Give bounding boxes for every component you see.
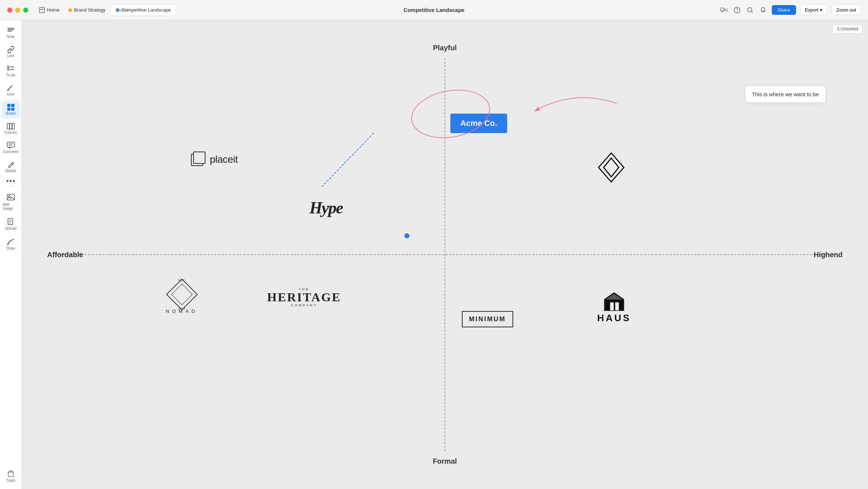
brand-strategy-tab[interactable]: Brand Strategy (63, 4, 111, 16)
minimize-button[interactable] (15, 8, 20, 13)
sidebar-label-comment: Comment (3, 150, 18, 154)
home-tab[interactable]: Home (35, 6, 63, 14)
zoom-button[interactable]: Zoom out (831, 5, 861, 15)
sidebar-item-column[interactable]: Column (1, 120, 20, 137)
xenon-diamond-icon (597, 152, 625, 183)
nomad-year: 2014 (178, 307, 186, 310)
placeit-text: placeit (210, 154, 238, 165)
maximize-button[interactable] (23, 8, 28, 13)
svg-rect-17 (8, 66, 9, 68)
sidebar-item-todo[interactable]: To-do (1, 62, 20, 80)
sidebar-item-addimage[interactable]: Add Image (1, 191, 20, 213)
brand-acme-label: Acme Co. (460, 119, 497, 128)
sidebar-label-draw: Draw (7, 246, 15, 250)
sidebar-item-link[interactable]: Link (1, 43, 20, 61)
unsorted-badge[interactable]: 3 Unsorted (833, 25, 862, 33)
sidebar-item-more[interactable]: ... (1, 177, 20, 190)
brand-acme[interactable]: Acme Co. (450, 114, 507, 133)
export-chevron-icon: ▾ (820, 7, 822, 13)
sidebar: Note Link To-do Line Board (0, 20, 22, 489)
notification-icon[interactable] (759, 6, 767, 14)
todo-icon (7, 65, 15, 72)
sketch-icon (7, 161, 15, 168)
sidebar-item-draw[interactable]: Draw (1, 235, 20, 253)
sidebar-label-column: Column (4, 131, 17, 135)
sidebar-label-note: Note (7, 35, 14, 39)
svg-rect-0 (39, 8, 44, 13)
brand-heritage[interactable]: THE HERITAGE COMPANY (267, 288, 341, 307)
home-label: Home (47, 7, 60, 13)
svg-rect-32 (7, 194, 14, 200)
svg-rect-46 (610, 302, 614, 310)
brand-hype[interactable]: Hype (310, 198, 343, 217)
export-label: Export (805, 7, 819, 13)
home-icon (39, 7, 45, 13)
sidebar-label-line: Line (7, 92, 14, 96)
sidebar-item-sketch[interactable]: Sketch (1, 158, 20, 176)
sidebar-item-board[interactable]: Board (1, 101, 20, 118)
search-icon[interactable] (746, 6, 754, 14)
device-icon[interactable]: 1 (720, 6, 728, 14)
svg-rect-3 (720, 8, 724, 11)
svg-point-21 (7, 89, 9, 91)
vertical-axis (444, 58, 445, 452)
brand-haus[interactable]: HAUS (597, 292, 631, 324)
svg-rect-28 (12, 123, 14, 129)
help-icon[interactable]: ? (733, 6, 741, 14)
sidebar-label-todo: To-do (6, 73, 15, 77)
draw-icon (7, 238, 15, 246)
competitive-landscape-label: Competitive Landscape (122, 7, 171, 13)
sidebar-label-addimage: Add Image (3, 203, 19, 211)
brand-xenon[interactable] (597, 152, 625, 185)
note-icon (7, 27, 15, 34)
sidebar-label-more: ... (9, 183, 12, 187)
svg-marker-50 (604, 158, 619, 177)
svg-text:?: ? (736, 8, 738, 13)
brand-nomad[interactable]: EST 2014 NOMAD (166, 278, 198, 314)
sidebar-item-line[interactable]: Line (1, 81, 20, 99)
line-icon (7, 84, 15, 92)
close-button[interactable] (7, 8, 12, 13)
brand-minimum[interactable]: MINIMUM (462, 311, 513, 327)
svg-rect-23 (11, 104, 14, 107)
callout-text: This is where we want to be (752, 91, 819, 97)
heritage-company: COMPANY (291, 303, 318, 307)
minimum-text: MINIMUM (469, 315, 506, 323)
hype-text: Hype (310, 199, 343, 217)
svg-rect-25 (11, 108, 14, 111)
svg-rect-29 (7, 142, 14, 147)
sidebar-label-board: Board (6, 111, 16, 115)
sidebar-item-note[interactable]: Note (1, 24, 20, 42)
svg-point-38 (7, 243, 9, 245)
more-dots-icon (7, 180, 15, 182)
label-highend: Highend (814, 251, 843, 259)
callout-box: This is where we want to be (745, 86, 826, 103)
export-button[interactable]: Export ▾ (800, 5, 827, 15)
svg-rect-47 (615, 302, 619, 310)
svg-rect-24 (7, 108, 10, 111)
svg-point-9 (748, 8, 752, 12)
trash-icon (7, 470, 15, 478)
svg-rect-27 (10, 123, 12, 129)
sidebar-item-comment[interactable]: Comment (1, 139, 20, 157)
svg-rect-2 (42, 9, 43, 10)
sidebar-label-sketch: Sketch (5, 169, 16, 173)
heritage-main: HERITAGE (267, 291, 341, 303)
share-button[interactable]: Share (772, 5, 796, 15)
svg-line-10 (751, 11, 753, 13)
brand-strategy-dot (68, 8, 72, 12)
label-formal: Formal (433, 457, 457, 465)
sidebar-label-trash: Trash (6, 479, 15, 482)
svg-rect-26 (7, 123, 9, 129)
sidebar-label-upload: Upload (5, 226, 17, 230)
svg-rect-4 (724, 9, 726, 10)
nomad-diamond-wrapper: EST 2014 (166, 278, 198, 311)
brand-placeit[interactable]: placeit (191, 152, 238, 167)
svg-line-44 (322, 132, 374, 187)
sidebar-item-trash[interactable]: Trash (1, 467, 20, 485)
add-image-icon (7, 194, 15, 202)
device-count: 1 (726, 8, 728, 12)
sidebar-item-upload[interactable]: Upload (1, 215, 20, 233)
page-title: Competitive Landscape (404, 7, 464, 13)
sidebar-label-link: Link (7, 54, 14, 58)
